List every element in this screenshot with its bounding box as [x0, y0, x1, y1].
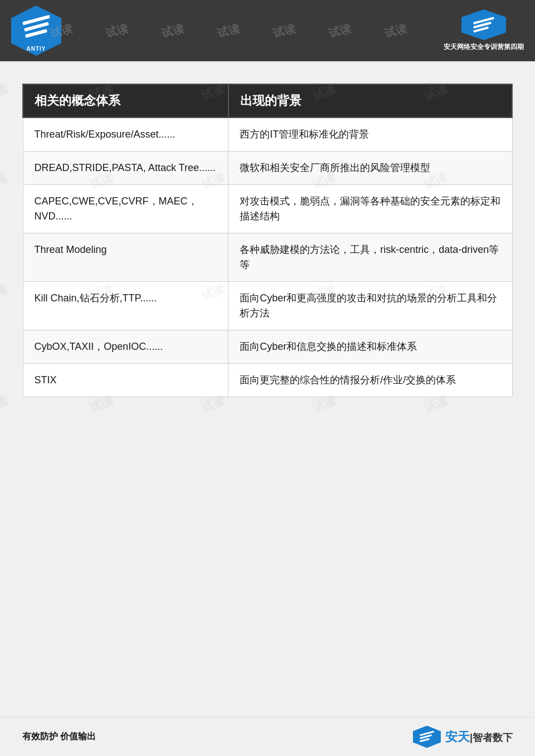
footer-logo-icon — [413, 726, 441, 748]
table-cell-concept: Threat/Risk/Exposure/Asset...... — [23, 118, 228, 152]
watermark-1: 试读 — [50, 21, 74, 41]
footer-antiy-cn: 安天 — [445, 730, 470, 744]
col1-header: 相关的概念体系 — [23, 84, 228, 118]
concept-table: 相关的概念体系 出现的背景 Threat/Risk/Exposure/Asset… — [22, 84, 513, 397]
table-cell-background: 面向Cyber和信息交换的描述和标准体系 — [228, 330, 512, 364]
watermark-6: 试读 — [327, 21, 353, 41]
watermark-3: 试读 — [160, 21, 186, 41]
footer: 有效防护 价值输出 安天|智者数下 — [0, 717, 535, 756]
col2-header: 出现的背景 — [228, 84, 512, 118]
table-cell-concept: CybOX,TAXII，OpenIOC...... — [23, 330, 228, 364]
main-content: 试读 试读 试读 试读 试读 试读 试读 试读 试读 试读 试读 试读 试读 试… — [0, 61, 535, 414]
right-logo-lines — [473, 19, 494, 31]
footer-brand: 安天|智者数下 — [445, 729, 513, 745]
antiy-text: ANTIY — [27, 46, 46, 52]
table-cell-concept: Threat Modeling — [23, 233, 228, 282]
watermark-7: 试读 — [383, 21, 408, 41]
table-cell-concept: DREAD,STRIDE,PASTA, Attack Tree...... — [23, 152, 228, 185]
table-cell-background: 面向Cyber和更高强度的攻击和对抗的场景的分析工具和分析方法 — [228, 282, 512, 330]
table-row: STIX面向更完整的综合性的情报分析/作业/交换的体系 — [23, 364, 512, 397]
table-cell-background: 微软和相关安全厂商所推出的风险管理模型 — [228, 152, 512, 185]
footer-right: 安天|智者数下 — [413, 726, 513, 748]
table-row: CybOX,TAXII，OpenIOC......面向Cyber和信息交换的描述… — [23, 330, 512, 364]
table-row: CAPEC,CWE,CVE,CVRF，MAEC，NVD......对攻击模式，脆… — [23, 185, 512, 233]
table-row: Threat/Risk/Exposure/Asset......西方的IT管理和… — [23, 118, 512, 152]
table-cell-background: 对攻击模式，脆弱点，漏洞等各种基础的安全元素的标定和描述结构 — [228, 185, 512, 233]
table-cell-background: 各种威胁建模的方法论，工具，risk-centric，data-driven等等 — [228, 233, 512, 282]
table-cell-concept: STIX — [23, 364, 228, 397]
header-right-logo — [461, 9, 506, 40]
watermark-5: 试读 — [271, 21, 297, 41]
table-row: Threat Modeling各种威胁建模的方法论，工具，risk-centri… — [23, 233, 512, 282]
watermark-4: 试读 — [216, 21, 241, 41]
logo-lines — [20, 10, 53, 43]
header: ANTIY 试读 试读 试读 试读 试读 试读 试读 试读 安天网络安全专训营第… — [0, 0, 535, 61]
header-right-brand: 安天网络安全专训营第四期 — [444, 9, 524, 52]
table-cell-concept: CAPEC,CWE,CVE,CVRF，MAEC，NVD...... — [23, 185, 228, 233]
table-cell-concept: Kill Chain,钻石分析,TTP...... — [23, 282, 228, 330]
watermark-2: 试读 — [104, 21, 130, 41]
footer-left-text: 有效防护 价值输出 — [22, 731, 96, 743]
table-cell-background: 面向更完整的综合性的情报分析/作业/交换的体系 — [228, 364, 512, 397]
table-row: Kill Chain,钻石分析,TTP......面向Cyber和更高强度的攻击… — [23, 282, 512, 330]
header-watermarks: 试读 试读 试读 试读 试读 试读 试读 试读 — [50, 0, 435, 61]
table-row: DREAD,STRIDE,PASTA, Attack Tree......微软和… — [23, 152, 512, 185]
table-cell-background: 西方的IT管理和标准化的背景 — [228, 118, 512, 152]
brand-subtitle: 安天网络安全专训营第四期 — [444, 42, 524, 52]
